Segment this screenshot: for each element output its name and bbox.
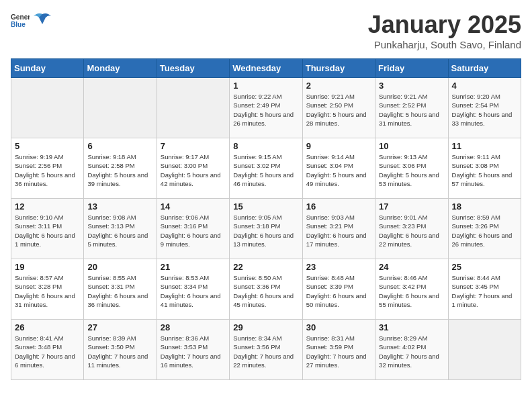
day-detail: Sunrise: 9:15 AMSunset: 3:02 PMDaylight:… [233,152,298,188]
day-number: 30 [306,322,371,332]
calendar-cell: 10Sunrise: 9:13 AMSunset: 3:06 PMDayligh… [375,138,448,199]
day-number: 17 [379,201,444,212]
header-sunday: Sunday [11,59,84,78]
svg-text:General: General [11,13,30,21]
day-detail: Sunrise: 9:14 AMSunset: 3:04 PMDaylight:… [306,152,371,188]
calendar-cell: 22Sunrise: 8:50 AMSunset: 3:36 PMDayligh… [230,259,302,320]
day-number: 31 [379,322,444,332]
day-number: 8 [233,141,298,151]
calendar-cell: 30Sunrise: 8:31 AMSunset: 3:59 PMDayligh… [302,320,375,380]
calendar-cell: 11Sunrise: 9:11 AMSunset: 3:08 PMDayligh… [448,138,521,199]
day-detail: Sunrise: 8:41 AMSunset: 3:48 PMDaylight:… [15,334,80,369]
day-detail: Sunrise: 8:50 AMSunset: 3:36 PMDaylight:… [233,273,298,309]
calendar-cell: 8Sunrise: 9:15 AMSunset: 3:02 PMDaylight… [230,138,302,199]
day-number: 19 [15,262,80,272]
title-area: January 2025 Punkaharju, South Savo, Fin… [368,11,521,50]
day-number: 10 [379,141,444,151]
day-number: 2 [306,81,371,91]
calendar-cell: 3Sunrise: 9:21 AMSunset: 2:52 PMDaylight… [375,78,448,138]
calendar-cell: 19Sunrise: 8:57 AMSunset: 3:28 PMDayligh… [11,259,84,320]
day-number: 9 [306,141,371,151]
day-number: 29 [233,322,298,332]
day-number: 25 [452,262,517,272]
logo-icon: General Blue [11,11,30,30]
day-detail: Sunrise: 8:44 AMSunset: 3:45 PMDaylight:… [452,273,517,309]
calendar-cell: 26Sunrise: 8:41 AMSunset: 3:48 PMDayligh… [11,320,84,380]
calendar-cell: 27Sunrise: 8:39 AMSunset: 3:50 PMDayligh… [84,320,157,380]
day-number: 24 [379,262,444,272]
svg-text:Blue: Blue [11,21,26,28]
day-number: 3 [379,81,444,91]
day-detail: Sunrise: 9:05 AMSunset: 3:18 PMDaylight:… [233,213,298,248]
calendar-table: Sunday Monday Tuesday Wednesday Thursday… [11,58,521,380]
day-detail: Sunrise: 9:08 AMSunset: 3:13 PMDaylight:… [87,213,152,248]
calendar-cell: 14Sunrise: 9:06 AMSunset: 3:16 PMDayligh… [157,199,229,259]
calendar-cell: 17Sunrise: 9:01 AMSunset: 3:23 PMDayligh… [375,199,448,259]
calendar-cell [84,78,157,138]
day-detail: Sunrise: 9:22 AMSunset: 2:49 PMDaylight:… [233,92,298,128]
calendar-cell: 7Sunrise: 9:17 AMSunset: 3:00 PMDaylight… [157,138,229,199]
day-detail: Sunrise: 8:36 AMSunset: 3:53 PMDaylight:… [161,334,226,369]
day-detail: Sunrise: 8:57 AMSunset: 3:28 PMDaylight:… [15,273,80,309]
day-detail: Sunrise: 9:18 AMSunset: 2:58 PMDaylight:… [87,152,152,188]
day-number: 20 [87,262,152,272]
calendar-subtitle: Punkaharju, South Savo, Finland [368,39,521,50]
day-detail: Sunrise: 9:17 AMSunset: 3:00 PMDaylight:… [161,152,226,188]
calendar-cell: 24Sunrise: 8:46 AMSunset: 3:42 PMDayligh… [375,259,448,320]
day-number: 16 [306,201,371,212]
header-wednesday: Wednesday [230,59,302,78]
day-detail: Sunrise: 9:03 AMSunset: 3:21 PMDaylight:… [306,213,371,248]
calendar-cell: 4Sunrise: 9:20 AMSunset: 2:54 PMDaylight… [448,78,521,138]
day-detail: Sunrise: 9:20 AMSunset: 2:54 PMDaylight:… [452,92,517,128]
calendar-cell [11,78,84,138]
day-number: 15 [233,201,298,212]
day-detail: Sunrise: 8:39 AMSunset: 3:50 PMDaylight:… [87,334,152,369]
calendar-cell: 12Sunrise: 9:10 AMSunset: 3:11 PMDayligh… [11,199,84,259]
calendar-cell [157,78,229,138]
calendar-cell: 31Sunrise: 8:29 AMSunset: 4:02 PMDayligh… [375,320,448,380]
day-detail: Sunrise: 8:48 AMSunset: 3:39 PMDaylight:… [306,273,371,309]
day-number: 6 [87,141,152,151]
header: General Blue January 2025 Punkaharju, So… [11,11,521,50]
day-detail: Sunrise: 9:11 AMSunset: 3:08 PMDaylight:… [452,152,517,188]
calendar-title: January 2025 [368,11,521,39]
day-detail: Sunrise: 9:13 AMSunset: 3:06 PMDaylight:… [379,152,444,188]
calendar-cell: 15Sunrise: 9:05 AMSunset: 3:18 PMDayligh… [230,199,302,259]
day-detail: Sunrise: 8:53 AMSunset: 3:34 PMDaylight:… [161,273,226,309]
day-number: 1 [233,81,298,91]
day-number: 22 [233,262,298,272]
header-friday: Friday [375,59,448,78]
calendar-cell: 29Sunrise: 8:34 AMSunset: 3:56 PMDayligh… [230,320,302,380]
calendar-cell: 16Sunrise: 9:03 AMSunset: 3:21 PMDayligh… [302,199,375,259]
day-detail: Sunrise: 9:01 AMSunset: 3:23 PMDaylight:… [379,213,444,248]
day-detail: Sunrise: 8:55 AMSunset: 3:31 PMDaylight:… [87,273,152,309]
day-detail: Sunrise: 8:34 AMSunset: 3:56 PMDaylight:… [233,334,298,369]
calendar-week-row: 19Sunrise: 8:57 AMSunset: 3:28 PMDayligh… [11,259,521,320]
logo-bird-icon [32,11,52,31]
calendar-header-row: Sunday Monday Tuesday Wednesday Thursday… [11,59,521,78]
day-detail: Sunrise: 9:19 AMSunset: 2:56 PMDaylight:… [15,152,80,188]
day-detail: Sunrise: 9:21 AMSunset: 2:52 PMDaylight:… [379,92,444,128]
day-number: 4 [452,81,517,91]
calendar-week-row: 5Sunrise: 9:19 AMSunset: 2:56 PMDaylight… [11,138,521,199]
day-detail: Sunrise: 9:06 AMSunset: 3:16 PMDaylight:… [161,213,226,248]
calendar-cell [448,320,521,380]
calendar-week-row: 12Sunrise: 9:10 AMSunset: 3:11 PMDayligh… [11,199,521,259]
calendar-cell: 1Sunrise: 9:22 AMSunset: 2:49 PMDaylight… [230,78,302,138]
calendar-cell: 18Sunrise: 8:59 AMSunset: 3:26 PMDayligh… [448,199,521,259]
day-number: 13 [87,201,152,212]
calendar-cell: 20Sunrise: 8:55 AMSunset: 3:31 PMDayligh… [84,259,157,320]
calendar-cell: 2Sunrise: 9:21 AMSunset: 2:50 PMDaylight… [302,78,375,138]
header-saturday: Saturday [448,59,521,78]
calendar-cell: 13Sunrise: 9:08 AMSunset: 3:13 PMDayligh… [84,199,157,259]
day-number: 28 [161,322,226,332]
day-detail: Sunrise: 8:59 AMSunset: 3:26 PMDaylight:… [452,213,517,248]
day-detail: Sunrise: 9:10 AMSunset: 3:11 PMDaylight:… [15,213,80,248]
day-number: 5 [15,141,80,151]
day-detail: Sunrise: 8:31 AMSunset: 3:59 PMDaylight:… [306,334,371,369]
day-number: 27 [87,322,152,332]
day-detail: Sunrise: 8:46 AMSunset: 3:42 PMDaylight:… [379,273,444,309]
day-number: 18 [452,201,517,212]
day-detail: Sunrise: 9:21 AMSunset: 2:50 PMDaylight:… [306,92,371,128]
day-detail: Sunrise: 8:29 AMSunset: 4:02 PMDaylight:… [379,334,444,369]
